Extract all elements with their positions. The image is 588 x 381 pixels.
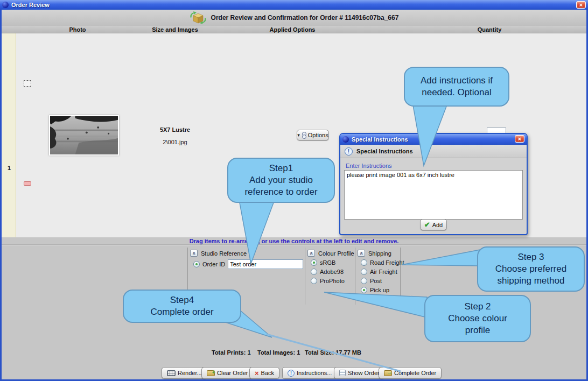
options-gear-icon [302,132,306,138]
row-number: 1 [2,165,16,171]
show-order-button[interactable]: Show Order [334,367,385,379]
window-title: Order Review [11,2,50,8]
complete-order-button[interactable]: → Complete Order [379,367,442,379]
collapse-studio-reference-icon[interactable]: « [190,250,198,257]
check-icon: ✔ [424,221,430,228]
remove-item-button[interactable] [24,181,31,186]
shipping-option-road-freight[interactable]: Road Freight [361,259,400,266]
total-prints: Total Prints: 1 [212,349,251,356]
callout-step3: Step 3 Choose preferred shipping method [477,246,585,292]
page-title: Order Review and Confirmation for Order … [211,14,399,22]
options-button-label: Options [308,132,328,138]
options-button[interactable]: ▾ Options [297,130,329,140]
shipping-option-air-freight[interactable]: Air Freight [361,269,400,275]
callout-step2: Step 2 Choose colour profile [424,295,531,342]
select-item-checkbox[interactable] [24,80,31,87]
clear-order-button[interactable]: + Clear Order [201,367,253,379]
dialog-titlebar: Special Instructions × [340,134,527,145]
drag-hint-text: Drag items to re-arrange, or use the con… [2,238,586,244]
order-header: Order Review and Confirmation for Order … [2,10,586,26]
order-id-input[interactable] [228,259,303,269]
callout-instructions: Add instructions if needed. Optional [404,67,509,107]
render-button[interactable]: Render... [162,367,207,379]
column-header-row: Photo Size and Images Applied Options Qu… [2,26,586,33]
dialog-heading: Special Instructions [356,148,413,154]
order-photo-thumbnail[interactable] [49,115,119,156]
window-border-left [0,10,2,381]
back-button[interactable]: × Back [249,367,279,379]
print-size-label: 5X7 Lustre [137,126,213,133]
post-radio[interactable] [361,278,367,284]
photo-image [50,116,118,154]
clear-order-box-icon: + [207,370,215,376]
col-size-images: Size and Images [152,26,198,33]
prophoto-radio[interactable] [311,278,317,284]
window-titlebar: Order Review × [0,0,588,10]
pick-up-radio[interactable] [361,287,367,293]
instructions-textarea[interactable]: please print image 001 as 6x7 inch lustr… [344,170,523,220]
add-instructions-button[interactable]: ✔ Add [420,219,447,230]
colour-option-adobe98[interactable]: Adobe98 [311,269,355,275]
list-icon [339,370,346,376]
order-id-label: Order ID [202,261,225,267]
instructions-button[interactable]: ! Instructions... [282,367,337,379]
total-images: Total Images: 1 [257,349,300,356]
air-freight-radio[interactable] [361,269,367,275]
shipping-title: Shipping [368,250,391,257]
col-photo: Photo [69,26,86,33]
callout-step1: Step1 Add your studio reference to order [227,158,335,203]
colour-profile-title: Colour Profile [318,250,354,257]
chevron-down-icon: ▾ [297,132,300,138]
order-id-radio[interactable] [193,261,200,267]
app-icon [2,2,9,8]
colour-profile-panel: « Colour Profile sRGB Adobe98 ProPhoto [305,248,355,305]
complete-order-box-icon: → [384,370,392,376]
col-applied-options: Applied Options [270,26,316,33]
callout-step4: Step4 Complete order [123,290,241,323]
adobe98-radio[interactable] [311,269,317,275]
colour-option-srgb[interactable]: sRGB [311,259,355,266]
collapse-shipping-icon[interactable]: « [358,250,365,257]
dialog-title: Special Instructions [352,136,408,143]
special-instructions-dialog: Special Instructions × ! Special Instruc… [339,133,528,235]
dialog-app-icon [342,136,349,143]
enter-instructions-label: Enter Instructions [346,163,527,169]
studio-reference-title: Studio Reference [201,250,247,257]
road-freight-radio[interactable] [361,259,367,266]
exclamation-icon: ! [345,147,353,156]
dialog-close-icon[interactable]: × [515,135,524,143]
package-icon [190,11,207,25]
back-x-icon: × [255,370,259,377]
total-size: Total Size: 17.77 MB [305,349,361,356]
colour-option-prophoto[interactable]: ProPhoto [311,278,355,284]
dialog-heading-row: ! Special Instructions [340,145,527,158]
shipping-panel: « Shipping Road Freight Air Freight Post… [355,248,401,305]
srgb-radio[interactable] [311,259,317,266]
close-icon[interactable]: × [576,1,586,9]
image-filename: 2\001.jpg [137,139,213,145]
collapse-colour-profile-icon[interactable]: « [307,250,315,257]
render-grid-icon [167,370,176,376]
shipping-option-pick-up[interactable]: Pick up [361,287,400,293]
row-number-strip [2,33,16,237]
col-quantity: Quantity [478,26,502,33]
shipping-option-post[interactable]: Post [361,278,400,284]
order-id-radio-row[interactable]: Order ID [193,259,305,269]
info-icon: ! [288,370,295,377]
